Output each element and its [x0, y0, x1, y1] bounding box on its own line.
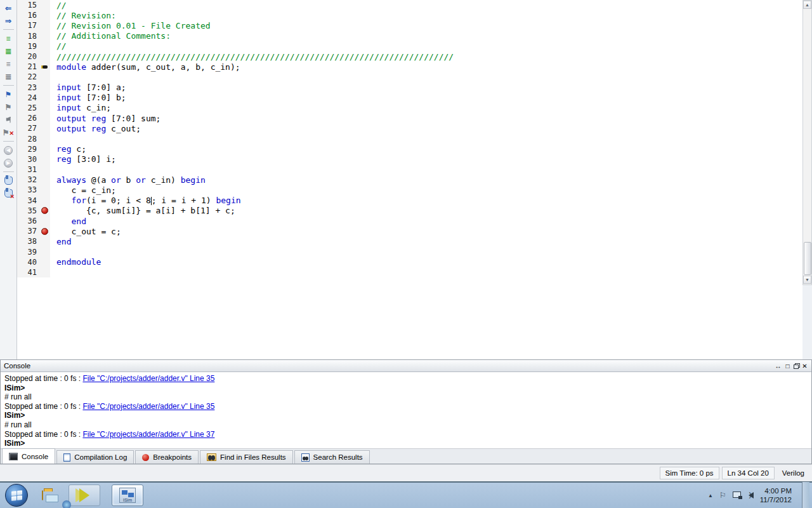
comment-lines-button[interactable]: ≡ — [3, 33, 15, 44]
line-marker-gutter[interactable] — [39, 144, 50, 154]
line-marker-gutter[interactable] — [39, 20, 50, 30]
panel-float-button[interactable]: ↔ — [775, 363, 782, 370]
line-marker-gutter[interactable] — [39, 175, 50, 185]
breakpoint-icon[interactable] — [41, 228, 48, 235]
code-line-39[interactable]: 39 — [17, 247, 802, 257]
line-marker-gutter[interactable] — [39, 133, 50, 144]
code-line-22[interactable]: 22 — [17, 72, 802, 82]
line-marker-gutter[interactable] — [39, 154, 50, 164]
nav-back-button[interactable]: ◀ — [3, 145, 15, 156]
ise-taskbar-button[interactable] — [69, 485, 100, 506]
panel-maximize-button[interactable]: □ — [784, 363, 791, 370]
nav-forward-button[interactable]: ▶ — [3, 157, 15, 168]
code-line-23[interactable]: 23input [7:0] a; — [17, 83, 802, 93]
console-tab-search-results[interactable]: Search Results — [294, 450, 370, 464]
next-bookmark-button[interactable]: ⚑ — [3, 102, 15, 112]
outdent-button[interactable]: ⇐ — [3, 3, 15, 13]
code-line-21[interactable]: 21module adder(sum, c_out, a, b, c_in); — [17, 62, 802, 72]
action-center-flag-icon[interactable]: ⚐ — [719, 491, 726, 500]
taskbar-clock[interactable]: 4:00 PM 11/7/2012 — [760, 486, 796, 504]
code-line-33[interactable]: 33 c = c_in; — [17, 185, 802, 195]
clear-bookmarks-button[interactable]: ⚑✕ — [3, 127, 15, 138]
line-marker-gutter[interactable] — [39, 164, 50, 175]
uncomment-selection-button[interactable]: ≣ — [3, 71, 15, 82]
code-line-31[interactable]: 31 — [17, 164, 802, 175]
code-line-25[interactable]: 25input c_in; — [17, 103, 802, 113]
code-line-24[interactable]: 24input [7:0] b; — [17, 93, 802, 103]
console-panel-titlebar: Console ↔ □ ✕ — [1, 360, 811, 372]
line-marker-gutter[interactable] — [39, 51, 50, 62]
line-marker-gutter[interactable] — [39, 72, 50, 82]
line-marker-gutter[interactable] — [39, 62, 50, 72]
line-marker-gutter[interactable] — [39, 247, 50, 257]
code-line-32[interactable]: 32always @(a or b or c_in) begin — [17, 175, 802, 185]
line-marker-gutter[interactable] — [39, 93, 50, 103]
code-line-41[interactable]: 41 — [17, 267, 802, 277]
line-marker-gutter[interactable] — [39, 267, 50, 277]
uncomment-lines-button[interactable]: ≡ — [3, 58, 15, 69]
code-line-20[interactable]: 20//////////////////////////////////////… — [17, 51, 802, 62]
volume-icon[interactable] — [749, 492, 754, 498]
line-marker-gutter[interactable] — [39, 196, 50, 206]
console-source-link[interactable]: File "C:/projects/adder/adder.v" Line 35 — [82, 374, 214, 383]
line-marker-gutter[interactable] — [39, 10, 50, 20]
code-line-27[interactable]: 27output reg c_out; — [17, 123, 802, 133]
code-line-36[interactable]: 36 end — [17, 216, 802, 226]
toggle-bookmark-button[interactable]: ⚑ — [3, 89, 15, 100]
console-line: Stopped at time : 0 fs : File "C:/projec… — [4, 430, 808, 439]
stop-pan-button[interactable] — [3, 188, 15, 199]
code-line-19[interactable]: 19// — [17, 41, 802, 51]
code-line-28[interactable]: 28 — [17, 133, 802, 144]
comment-selection-button[interactable]: ≣ — [3, 46, 15, 57]
code-line-30[interactable]: 30reg [3:0] i; — [17, 154, 802, 164]
isim-taskbar-button[interactable]: ISim — [112, 485, 143, 506]
line-marker-gutter[interactable] — [39, 83, 50, 93]
start-button[interactable] — [5, 484, 28, 507]
line-marker-gutter[interactable] — [39, 216, 50, 226]
line-marker-gutter[interactable] — [39, 41, 50, 51]
console-tab-compilation-log[interactable]: Compilation Log — [56, 450, 134, 464]
breakpoint-icon[interactable] — [41, 207, 48, 214]
scroll-thumb[interactable] — [804, 242, 811, 275]
indent-button[interactable]: ⇒ — [3, 15, 15, 26]
code-line-35[interactable]: 35 {c, sum[i]} = a[i] + b[1] + c; — [17, 206, 802, 216]
pan-button[interactable] — [3, 175, 15, 186]
network-icon[interactable] — [733, 491, 742, 499]
line-marker-gutter[interactable] — [39, 31, 50, 41]
line-marker-gutter[interactable] — [39, 226, 50, 236]
console-source-link[interactable]: File "C:/projects/adder/adder.v" Line 37 — [82, 430, 214, 439]
code-line-26[interactable]: 26output reg [7:0] sum; — [17, 113, 802, 123]
tray-expand-button[interactable]: ▲ — [708, 493, 713, 498]
line-marker-gutter[interactable] — [39, 113, 50, 123]
console-source-link[interactable]: File "C:/projects/adder/adder.v" Line 35 — [82, 402, 214, 411]
editor-vscrollbar[interactable]: ▲ ▼ — [802, 0, 812, 285]
prev-bookmark-button[interactable]: ⚑ — [3, 114, 15, 125]
line-marker-gutter[interactable] — [39, 185, 50, 195]
explorer-taskbar-button[interactable] — [42, 491, 43, 500]
code-line-18[interactable]: 18// Additional Comments: — [17, 31, 802, 41]
line-marker-gutter[interactable] — [39, 123, 50, 133]
code-line-15[interactable]: 15// — [17, 0, 802, 10]
scroll-up-arrow[interactable]: ▲ — [803, 1, 811, 9]
console-output[interactable]: Stopped at time : 0 fs : File "C:/projec… — [1, 372, 811, 448]
panel-restore-button[interactable] — [794, 364, 799, 369]
line-marker-gutter[interactable] — [39, 0, 50, 10]
code-line-34[interactable]: 34 for(i = 0; i < 8; i = i + 1) begin — [17, 196, 802, 206]
code-line-40[interactable]: 40endmodule — [17, 257, 802, 267]
line-marker-gutter[interactable] — [39, 103, 50, 113]
code-line-29[interactable]: 29reg c; — [17, 144, 802, 154]
code-line-37[interactable]: 37 c_out = c; — [17, 226, 802, 236]
panel-close-button[interactable]: ✕ — [801, 363, 808, 370]
code-line-38[interactable]: 38end — [17, 236, 802, 246]
search-doc-icon — [301, 453, 310, 462]
code-line-16[interactable]: 16// Revision: — [17, 10, 802, 20]
line-marker-gutter[interactable] — [39, 257, 50, 267]
console-tab-breakpoints[interactable]: Breakpoints — [135, 450, 199, 464]
line-marker-gutter[interactable] — [39, 206, 50, 216]
line-marker-gutter[interactable] — [39, 236, 50, 246]
code-line-17[interactable]: 17// Revision 0.01 - File Created — [17, 20, 802, 30]
show-desktop-button[interactable] — [802, 482, 809, 508]
scroll-down-arrow[interactable]: ▼ — [803, 276, 811, 284]
console-tab-find-in-files-results[interactable]: Find in Files Results — [200, 450, 293, 464]
console-tab-console[interactable]: Console — [2, 448, 55, 464]
